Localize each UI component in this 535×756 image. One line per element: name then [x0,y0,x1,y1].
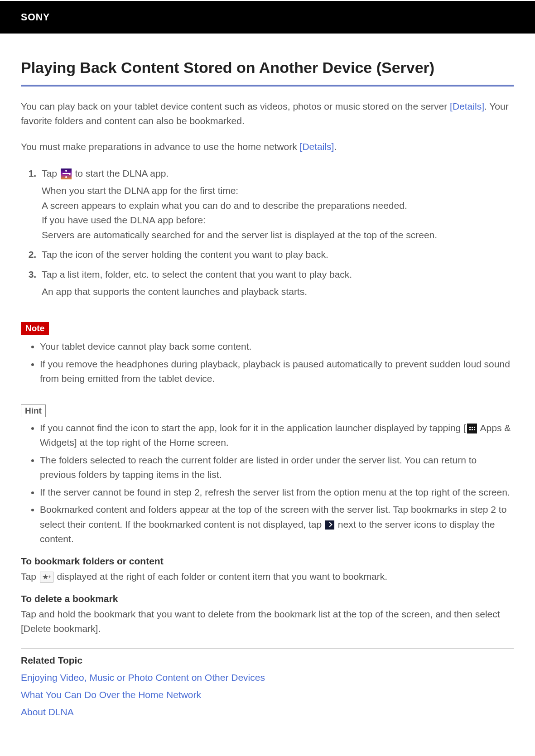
text: A screen appears to explain what you can… [42,200,407,211]
text: If you have used the DLNA app before: [42,215,206,225]
chevron-right-icon [325,520,334,530]
delete-bookmark-heading: To delete a bookmark [21,593,514,604]
bookmark-heading: To bookmark folders or content [21,556,514,567]
hint-item: If you cannot find the icon to start the… [40,421,514,450]
apps-widgets-icon [467,424,477,433]
sony-logo: SONY [21,11,87,24]
steps-list: Tap to start the DLNA app. When you star… [21,166,514,300]
text: Tap [21,571,39,582]
dlna-app-icon [61,169,72,179]
section-divider [21,648,514,649]
hint-item: If the server cannot be found in step 2,… [40,485,514,500]
title-divider [21,85,514,87]
top-bar: SONY [0,0,535,34]
svg-text:SONY: SONY [21,12,50,23]
related-topic-heading: Related Topic [21,655,514,666]
text: displayed at the right of each folder or… [54,571,387,582]
text: When you start the DLNA app for the firs… [42,185,238,196]
note-badge: Note [21,322,49,335]
note-item: If you remove the headphones during play… [40,357,514,386]
main-content: Playing Back Content Stored on Another D… [0,34,535,742]
step-1: Tap to start the DLNA app. When you star… [39,166,514,243]
delete-bookmark-body: Tap and hold the bookmark that you want … [21,607,514,636]
hint-item: The folders selected to reach the curren… [40,453,514,482]
page-title: Playing Back Content Stored on Another D… [21,59,514,77]
step-3: Tap a list item, folder, etc. to select … [39,267,514,299]
details-link-1[interactable]: [Details] [450,101,484,111]
intro-paragraph-1: You can play back on your tablet device … [21,99,514,128]
text: You must make preparations in advance to… [21,141,300,152]
note-list: Your tablet device cannot play back some… [21,339,514,386]
text: Tap a list item, folder, etc. to select … [42,269,352,279]
hint-badge: Hint [21,404,46,417]
step-1-sub: When you start the DLNA app for the firs… [42,183,514,242]
related-link-2[interactable]: What You Can Do Over the Home Network [21,689,514,700]
hint-item: Bookmarked content and folders appear at… [40,502,514,547]
star-add-icon: ★+ [40,572,53,583]
intro-paragraph-2: You must make preparations in advance to… [21,140,514,154]
text: Tap [42,168,60,178]
step-2: Tap the icon of the server holding the c… [39,247,514,262]
text: to start the DLNA app. [72,168,169,178]
related-link-3[interactable]: About DLNA [21,707,514,717]
text: If you cannot find the icon to start the… [40,423,466,433]
step-3-sub: An app that supports the content launche… [42,284,514,299]
details-link-2[interactable]: [Details] [300,141,334,152]
hint-list: If you cannot find the icon to start the… [21,421,514,547]
related-link-1[interactable]: Enjoying Video, Music or Photo Content o… [21,672,514,683]
related-links: Enjoying Video, Music or Photo Content o… [21,672,514,717]
note-item: Your tablet device cannot play back some… [40,339,514,354]
text: Servers are automatically searched for a… [42,230,437,240]
bookmark-body: Tap ★+ displayed at the right of each fo… [21,569,514,584]
text: You can play back on your tablet device … [21,101,450,111]
text: Tap the icon of the server holding the c… [42,249,328,260]
text: . [334,141,337,152]
